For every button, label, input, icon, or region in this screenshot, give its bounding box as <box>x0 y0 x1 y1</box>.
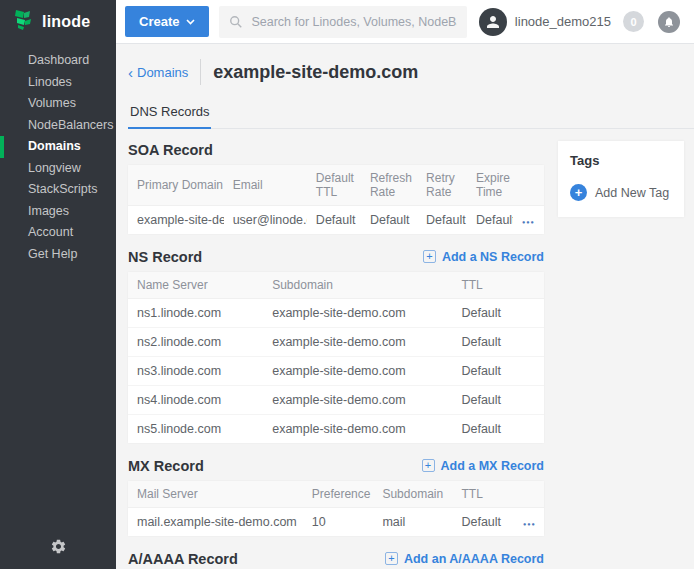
section-title: NS Record <box>128 249 202 265</box>
mx-record-table: Mail ServerPreferenceSubdomainTTLmail.ex… <box>128 481 544 536</box>
sidebar-item-domains[interactable]: Domains <box>0 136 116 158</box>
column-header: Default TTL <box>307 165 361 206</box>
sidebar-item-volumes[interactable]: Volumes <box>0 93 116 115</box>
row-actions-menu-button[interactable]: ●●● <box>522 219 535 225</box>
row-actions-menu-button[interactable]: ●●● <box>523 521 536 527</box>
column-header: Subdomain <box>373 481 452 508</box>
table-cell: example-site-demo.com <box>263 357 452 386</box>
tab-bar: DNS Records <box>128 98 694 129</box>
table-cell: ns1.linode.com <box>128 299 263 328</box>
table-row: ns5.linode.comexample-site-demo.comDefau… <box>128 415 544 444</box>
table-cell: example-site-demo.com <box>263 328 452 357</box>
plus-circle-icon: + <box>570 184 587 201</box>
table-cell: user@linode.com <box>224 206 307 235</box>
table-cell: Default <box>452 299 544 328</box>
soa-record-section: SOA RecordPrimary DomainEmailDefault TTL… <box>128 141 544 234</box>
breadcrumb: ‹ Domains example-site-demo.com <box>128 58 694 86</box>
table-row: ns4.linode.comexample-site-demo.comDefau… <box>128 386 544 415</box>
plus-square-icon: + <box>422 459 435 472</box>
search-input[interactable] <box>251 15 456 29</box>
add-new-tag-label: Add New Tag <box>595 186 669 200</box>
add-ns-record-button[interactable]: +Add a NS Record <box>423 250 544 264</box>
bell-icon <box>663 16 675 28</box>
a-record-section: A/AAAA Record+Add an A/AAAA RecordHostna… <box>128 550 544 569</box>
user-menu[interactable]: linode_demo215 <box>479 8 611 36</box>
plus-square-icon: + <box>385 552 398 565</box>
tags-panel: Tags + Add New Tag <box>558 141 684 217</box>
table-cell: ns2.linode.com <box>128 328 263 357</box>
table-cell: Default <box>452 328 544 357</box>
section-title: A/AAAA Record <box>128 551 238 567</box>
sidebar-item-nodebalancers[interactable]: NodeBalancers <box>0 115 116 137</box>
add-record-label: Add a MX Record <box>441 459 545 473</box>
add-a-record-button[interactable]: +Add an A/AAAA Record <box>385 552 544 566</box>
column-header: TTL <box>452 481 514 508</box>
sidebar-item-longview[interactable]: Longview <box>0 158 116 180</box>
tab-dns-records[interactable]: DNS Records <box>128 98 211 129</box>
sidebar: linode DashboardLinodesVolumesNodeBalanc… <box>0 0 116 569</box>
table-cell: ns5.linode.com <box>128 415 263 444</box>
search-bar[interactable] <box>219 6 466 38</box>
soa-record-table: Primary DomainEmailDefault TTLRefresh Ra… <box>128 165 544 234</box>
notifications-bell-button[interactable] <box>658 11 680 33</box>
column-header: Retry Rate <box>417 165 467 206</box>
breadcrumb-divider <box>200 59 201 85</box>
mx-record-section: MX Record+Add a MX RecordMail ServerPref… <box>128 457 544 536</box>
section-title: MX Record <box>128 458 204 474</box>
main-content: ‹ Domains example-site-demo.com DNS Reco… <box>116 44 694 569</box>
table-cell: ns3.linode.com <box>128 357 263 386</box>
column-header: Name Server <box>128 272 263 299</box>
column-header: Primary Domain <box>128 165 224 206</box>
sidebar-item-linodes[interactable]: Linodes <box>0 72 116 94</box>
column-header: Refresh Rate <box>361 165 417 206</box>
table-cell: Default <box>452 415 544 444</box>
table-cell: example-site-demo.com <box>263 299 452 328</box>
table-cell: mail.example-site-demo.com <box>128 508 303 537</box>
person-icon <box>484 13 502 31</box>
table-cell: Default <box>452 386 544 415</box>
add-mx-record-button[interactable]: +Add a MX Record <box>422 459 545 473</box>
column-header-actions <box>515 481 544 508</box>
table-cell: Default <box>307 206 361 235</box>
table-cell: ns4.linode.com <box>128 386 263 415</box>
table-cell: example-site-demo.com <box>263 386 452 415</box>
column-header: Subdomain <box>263 272 452 299</box>
table-cell: Default <box>467 206 513 235</box>
table-cell: Default <box>452 357 544 386</box>
column-header: Email <box>224 165 307 206</box>
ns-record-table: Name ServerSubdomainTTLns1.linode.comexa… <box>128 272 544 443</box>
table-row: example-site-demo.comuser@linode.comDefa… <box>128 206 544 235</box>
create-button[interactable]: Create <box>125 6 209 37</box>
table-cell: Default <box>361 206 417 235</box>
username: linode_demo215 <box>515 14 611 29</box>
notification-count-badge[interactable]: 0 <box>623 11 644 32</box>
column-header: TTL <box>452 272 544 299</box>
sidebar-item-stackscripts[interactable]: StackScripts <box>0 179 116 201</box>
tags-panel-title: Tags <box>570 153 672 168</box>
sidebar-item-get-help[interactable]: Get Help <box>0 244 116 266</box>
ns-record-section: NS Record+Add a NS RecordName ServerSubd… <box>128 248 544 443</box>
sidebar-item-dashboard[interactable]: Dashboard <box>0 50 116 72</box>
table-cell: example-site-demo.com <box>263 415 452 444</box>
linode-logo-icon <box>14 9 34 35</box>
sidebar-nav: DashboardLinodesVolumesNodeBalancersDoma… <box>0 44 116 265</box>
table-row: ns1.linode.comexample-site-demo.comDefau… <box>128 299 544 328</box>
avatar <box>479 8 507 36</box>
chevron-down-icon <box>186 19 195 25</box>
linode-logo[interactable]: linode <box>0 0 116 44</box>
column-header: Expire Time <box>467 165 513 206</box>
add-new-tag-button[interactable]: + Add New Tag <box>570 184 672 201</box>
breadcrumb-back-link[interactable]: ‹ Domains <box>128 65 188 80</box>
plus-square-icon: + <box>423 250 436 263</box>
add-record-label: Add a NS Record <box>442 250 544 264</box>
section-title: SOA Record <box>128 142 213 158</box>
column-header: Preference <box>303 481 374 508</box>
sidebar-item-account[interactable]: Account <box>0 222 116 244</box>
chevron-left-icon: ‹ <box>128 66 133 79</box>
search-icon <box>229 15 243 29</box>
sidebar-item-images[interactable]: Images <box>0 201 116 223</box>
column-header-actions <box>513 165 544 206</box>
settings-gear-icon[interactable] <box>0 538 116 559</box>
linode-cloud-manager: linode DashboardLinodesVolumesNodeBalanc… <box>0 0 694 569</box>
table-row: mail.example-site-demo.com10mailDefault●… <box>128 508 544 537</box>
